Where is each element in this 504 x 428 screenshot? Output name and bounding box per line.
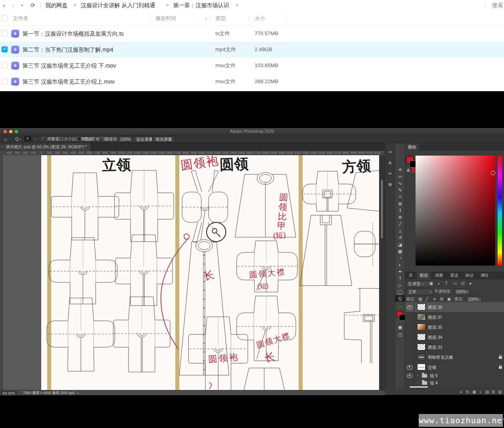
layer-filter-icon[interactable]: T xyxy=(445,280,448,286)
visibility-cell[interactable] xyxy=(405,302,414,312)
layer-name[interactable]: 图层 37 xyxy=(428,315,442,320)
clone-stamp-tool[interactable]: ⊥ xyxy=(395,228,405,234)
layer-thumbnail[interactable] xyxy=(417,334,426,340)
file-name[interactable]: 第三节 汉服市场常见工艺介绍 下.mov xyxy=(22,58,116,74)
file-checkbox[interactable] xyxy=(2,78,8,84)
hue-slider[interactable] xyxy=(498,156,502,266)
eraser-tool[interactable]: ◪ xyxy=(395,241,405,248)
file-name[interactable]: 第一节：汉服设计市场概括及发展方向.ts xyxy=(22,26,124,42)
layer-thumbnail[interactable] xyxy=(417,304,426,310)
color-picker-marker[interactable] xyxy=(491,171,495,175)
pen-tool[interactable]: ✒ xyxy=(395,268,405,275)
layer-name[interactable]: 组 5 xyxy=(430,373,438,379)
column-header-name[interactable]: 文件名 xyxy=(13,11,28,26)
layer-row[interactable]: ›组 4 xyxy=(405,379,504,386)
scissors-icon[interactable]: ✂ xyxy=(385,170,395,178)
visibility-cell[interactable] xyxy=(405,332,414,342)
frame-tool[interactable]: ⊠ xyxy=(395,200,405,207)
file-checkbox[interactable] xyxy=(2,62,8,68)
layer-name[interactable]: 组 4 xyxy=(430,380,438,386)
layers-bottom-icon[interactable]: ◑ xyxy=(479,389,481,395)
eye-icon[interactable] xyxy=(407,365,413,370)
file-name[interactable]: 第三节 汉服市场常见工艺介绍上.mov xyxy=(22,74,114,90)
layer-thumbnail[interactable] xyxy=(417,344,426,350)
crop-tool[interactable]: ⌗ xyxy=(395,194,405,200)
lock-option-icon[interactable]: ▣ xyxy=(447,296,451,302)
canvas[interactable]: 立领圆领方领圆领袍圆领比甲(短)长圆领大襟(短)圆领袍圆领大襟长 xyxy=(41,155,379,390)
file-row[interactable]: 第三节 汉服市场常见工艺介绍上.movmov文件268.22MB xyxy=(0,74,504,90)
layer-name[interactable]: 图层 34 xyxy=(428,335,442,340)
layer-row[interactable]: 图层 34 xyxy=(405,332,504,342)
zoom-tool[interactable]: Q xyxy=(395,295,405,302)
layer-name[interactable]: 交领 xyxy=(428,365,436,370)
zoom-in-toggle[interactable]: + xyxy=(24,136,31,142)
status-zoom-field[interactable]: 64.22% xyxy=(1,391,17,396)
layer-thumbnail[interactable] xyxy=(417,364,426,370)
brush-settings-icon[interactable]: ✑ xyxy=(385,148,395,156)
character-panel-icon[interactable]: A xyxy=(385,159,395,167)
file-row[interactable]: 第一节：汉服设计市场概括及发展方向.tsts文件770.57MB xyxy=(0,26,504,42)
tab-color[interactable]: 颜色 xyxy=(405,143,419,151)
group-expand-caret[interactable]: › xyxy=(417,373,418,377)
column-header-type[interactable]: 类型 xyxy=(215,11,226,26)
fill-screen-button[interactable]: 填充屏幕 xyxy=(152,136,175,142)
eye-icon[interactable] xyxy=(407,305,413,310)
visibility-cell[interactable] xyxy=(405,379,414,386)
current-tool-icon[interactable]: Q ▾ xyxy=(15,135,21,143)
visibility-cell[interactable] xyxy=(405,372,414,379)
layer-row[interactable]: 明制常见汉服 xyxy=(405,352,504,362)
visibility-cell[interactable] xyxy=(405,312,414,322)
layer-filter-icon[interactable]: ◑ xyxy=(437,280,440,286)
layer-row[interactable]: 图层 35 xyxy=(405,322,504,332)
column-header-size[interactable]: 大小 xyxy=(255,11,265,26)
eye-icon[interactable] xyxy=(407,374,413,378)
layer-row[interactable]: 图层 39 xyxy=(405,302,504,312)
layer-thumbnail[interactable] xyxy=(417,324,426,330)
back-icon[interactable]: ‹ xyxy=(3,0,5,11)
panel-tab-库[interactable]: 库 xyxy=(406,272,416,279)
layer-name[interactable]: 图层 33 xyxy=(428,345,442,350)
search-link[interactable]: 搜索 xyxy=(492,0,503,11)
opacity-dropdown[interactable]: 100% ∨ xyxy=(454,288,470,295)
layer-filter-icon[interactable]: ⊡ xyxy=(461,280,464,286)
refresh-icon[interactable]: ⟳ xyxy=(30,0,35,11)
layer-filter-dropdown[interactable]: Q 类型 ∨ xyxy=(406,280,430,287)
file-checkbox[interactable] xyxy=(2,30,8,36)
quick-selection-tool[interactable]: ✎ xyxy=(395,187,405,193)
visibility-cell[interactable] xyxy=(405,362,414,372)
eyedropper-tool[interactable]: ↧ xyxy=(395,207,405,214)
lock-option-icon[interactable]: ╱ xyxy=(426,296,428,302)
lock-option-icon[interactable]: ▨ xyxy=(418,296,422,302)
scrollbar-thumb[interactable] xyxy=(380,179,384,239)
blend-mode-dropdown[interactable]: 正常 ∨ xyxy=(406,288,434,295)
color-picker-field[interactable] xyxy=(416,156,495,266)
resize-window-checkbox[interactable] xyxy=(41,137,45,141)
panel-tab-通道[interactable]: 通道 xyxy=(447,272,461,279)
layers-bottom-icon[interactable]: fx xyxy=(466,389,469,395)
select-all-checkbox[interactable] xyxy=(2,15,8,21)
file-row[interactable]: 第三节 汉服市场常见工艺介绍 下.movmov文件103.65MB xyxy=(0,58,504,74)
lasso-tool[interactable]: ∿ xyxy=(395,180,405,186)
visibility-cell[interactable] xyxy=(405,342,414,352)
sort-desc-icon[interactable]: ↓ xyxy=(205,11,207,26)
brush-tool[interactable]: ╱ xyxy=(395,221,405,227)
breadcrumb-item[interactable]: 第一章：汉服市场认识 xyxy=(173,0,229,11)
layer-row[interactable]: 交领 xyxy=(405,362,504,372)
zoom-all-windows-checkbox[interactable] xyxy=(77,137,81,141)
toolbar-background-swatch[interactable] xyxy=(399,314,405,320)
edit-toolbar-icon[interactable]: ⋯ xyxy=(395,303,405,310)
quick-mask-icon[interactable]: ▣ xyxy=(395,324,405,330)
scrubby-zoom-checkbox[interactable] xyxy=(99,137,103,141)
zoom-100-button[interactable]: 100% xyxy=(117,136,134,142)
document-tab[interactable]: × 课件图片.psd @ 50.3% (图层 39, RGB/8*) * xyxy=(0,143,90,151)
close-tab-icon[interactable]: × xyxy=(1,143,3,151)
healing-brush-tool[interactable]: ⊕ xyxy=(395,214,405,220)
visibility-cell[interactable] xyxy=(405,322,414,332)
screen-mode-icon[interactable]: ◫ xyxy=(395,331,405,338)
panel-tab-调整[interactable]: 调整 xyxy=(432,272,446,279)
home-icon[interactable]: ⌂ xyxy=(4,135,7,143)
history-caret-icon[interactable]: ▾ xyxy=(21,0,23,11)
file-name[interactable]: 第二节：当下热门汉服形制了解.mp4 xyxy=(22,42,113,58)
clone-source-icon[interactable]: ⊞ xyxy=(385,180,395,188)
breadcrumb-item[interactable]: 汉服设计全讲解 从入门到精通 xyxy=(81,0,155,11)
